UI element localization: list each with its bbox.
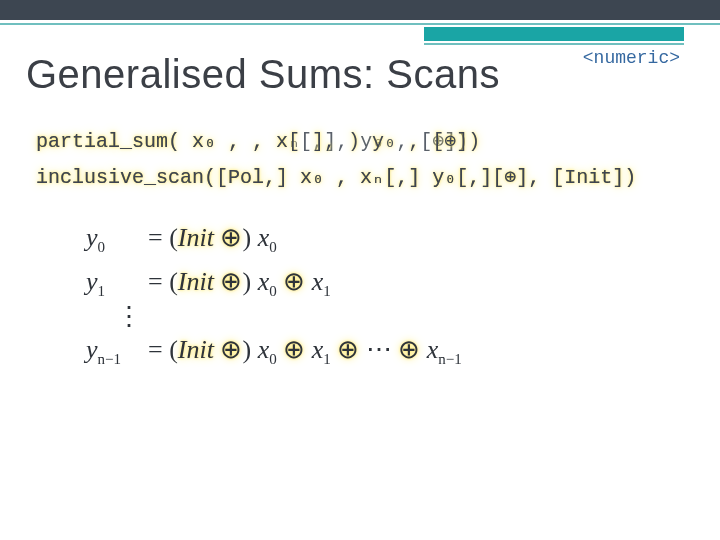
equation-y0: y0= (Init ⊕) x0 [86,222,462,256]
slide-title: Generalised Sums: Scans [26,52,500,97]
rule-line [0,23,720,25]
equation-y1: y1= (Init ⊕) x0 ⊕ x1 [86,266,462,300]
signature-inclusive-scan: inclusive_scan([Pol,] x₀ , xₙ[,] y₀[,][⊕… [36,164,690,196]
teal-band [424,27,684,41]
rule-under-band [424,43,684,45]
header-tag: <numeric> [583,48,680,68]
slide-body: partial_sum( x₀ , , xₙ[,], y₀ , [⊕]) par… [36,128,690,200]
sig2-highlight: inclusive_scan([Pol,] x₀ , xₙ[,] y₀[,][⊕… [36,164,636,189]
top-bar [0,0,720,20]
equation-yn: yn−1= (Init ⊕) x0 ⊕ x1 ⊕ ⋯ ⊕ xn−1 [86,334,462,368]
sig1-highlight: partial_sum( x₀ , , x[ ], ) y₀ , [⊕]) [36,128,480,153]
math-block: y0= (Init ⊕) x0 y1= (Init ⊕) x0 ⊕ x1 ⋮ y… [86,212,462,379]
slide: <numeric> Generalised Sums: Scans partia… [0,0,720,540]
signature-partial-sum: partial_sum( x₀ , , xₙ[,], y₀ , [⊕]) par… [36,128,690,160]
vdots: ⋮ [116,310,462,324]
